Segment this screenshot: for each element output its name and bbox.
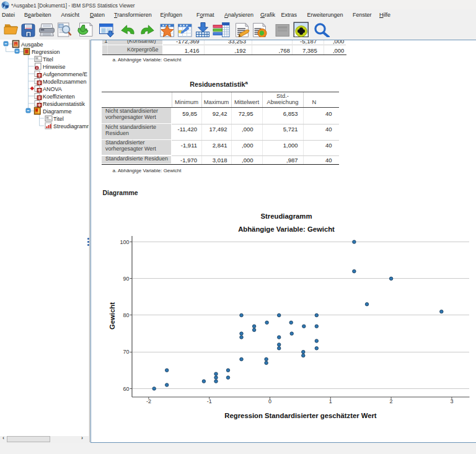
svg-text:60: 60 [123, 386, 129, 392]
svg-text:0: 0 [268, 398, 271, 404]
svg-text:80: 80 [123, 312, 129, 318]
svg-text:Streudiagramm: Streudiagramm [261, 212, 312, 220]
svg-text:-2: -2 [146, 398, 151, 404]
svg-text:1: 1 [329, 398, 332, 404]
svg-text:2: 2 [390, 398, 393, 404]
svg-text:Abhängige Variable: Gewicht: Abhängige Variable: Gewicht [238, 225, 335, 233]
svg-text:90: 90 [123, 276, 129, 282]
svg-text:Gewicht: Gewicht [108, 302, 116, 330]
svg-text:100: 100 [120, 239, 129, 245]
svg-text:70: 70 [123, 349, 129, 355]
svg-text:-1: -1 [207, 398, 212, 404]
svg-text:3: 3 [450, 398, 453, 404]
svg-text:Regression Standardisierter ge: Regression Standardisierter geschätzter … [224, 412, 377, 419]
